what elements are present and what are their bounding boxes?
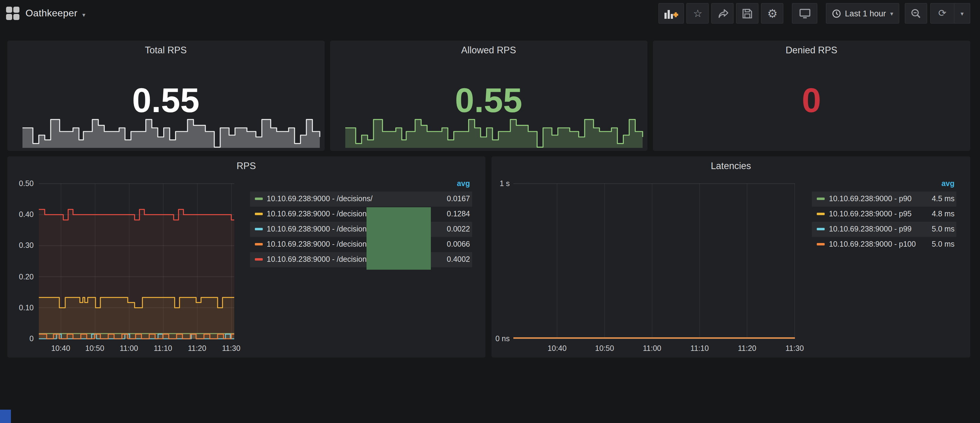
- save-button[interactable]: [737, 3, 759, 24]
- legend-series-avg-value: 4.8 ms: [917, 210, 955, 218]
- share-button[interactable]: [711, 3, 734, 24]
- stat-value: 0: [652, 83, 970, 117]
- panel-title[interactable]: Denied RPS: [652, 44, 970, 55]
- panel-title[interactable]: Allowed RPS: [330, 44, 648, 55]
- time-range-label: Last 1 hour: [845, 9, 886, 18]
- y-axis-label: 1 s: [492, 179, 510, 188]
- y-axis-label: 0.40: [7, 210, 34, 219]
- y-axis-label: 0.50: [7, 179, 34, 188]
- legend-series-label: 10.10.69.238:9000 - p95: [829, 210, 917, 218]
- legend-row[interactable]: 10.10.69.238:9000 - /decisions/0.0167: [250, 191, 472, 206]
- bottom-left-blue-artifact: [0, 410, 11, 423]
- panel-title[interactable]: Total RPS: [7, 44, 325, 55]
- legend-row[interactable]: 10.10.69.238:9000 - p1005.0 ms: [812, 237, 956, 252]
- legend-series-swatch: [255, 228, 262, 230]
- zoom-out-button[interactable]: [905, 3, 927, 24]
- legend-series-avg-value: 5.0 ms: [917, 240, 955, 249]
- legend-series-swatch: [817, 198, 825, 200]
- clock-icon: [832, 9, 842, 18]
- legend-row[interactable]: 10.10.69.238:9000 - /decisions/0.4002: [250, 252, 472, 267]
- dashboard-picker[interactable]: Oathkeeper ▾: [6, 7, 85, 20]
- panel-title[interactable]: RPS: [7, 160, 485, 171]
- legend-series-swatch: [817, 213, 825, 215]
- legend-series-swatch: [255, 213, 262, 215]
- x-axis-label: 11:30: [216, 344, 247, 352]
- legend-series-label: 10.10.69.238:9000 - /decisions/: [267, 195, 432, 203]
- star-button[interactable]: ☆: [687, 3, 709, 24]
- x-axis-label: 11:20: [732, 344, 762, 352]
- legend-series-swatch: [817, 228, 825, 230]
- chevron-down-icon: ▾: [82, 11, 85, 18]
- legend-series-label: 10.10.69.238:9000 - p99: [829, 225, 917, 233]
- x-axis-label: 11:20: [182, 344, 212, 352]
- refresh-interval-caret-button[interactable]: ▾: [955, 3, 970, 24]
- y-axis-label: 0.30: [7, 241, 34, 250]
- x-axis-label: 11:10: [684, 344, 715, 352]
- x-axis-label: 11:00: [114, 344, 144, 352]
- panel-denied-rps: Denied RPS 0: [652, 40, 970, 151]
- cycle-view-button[interactable]: [792, 3, 818, 24]
- legend-row[interactable]: 10.10.69.238:9000 - /decisions/0.0066: [250, 237, 472, 252]
- legend-series-avg-value: 5.0 ms: [917, 225, 955, 233]
- legend-series-swatch: [255, 258, 262, 261]
- legend-series-swatch: [255, 198, 262, 200]
- legend-series-avg-value: 0.4002: [432, 255, 470, 264]
- grafana-dashboard: Oathkeeper ▾ ☆: [0, 0, 980, 423]
- latencies-chart-plot[interactable]: [513, 184, 795, 339]
- x-axis-label: 10:40: [542, 344, 572, 352]
- stat-value: 0.55: [7, 83, 325, 117]
- save-icon: [743, 8, 753, 19]
- legend-series-swatch: [255, 243, 262, 246]
- chevron-down-icon: ▾: [890, 10, 893, 17]
- legend-row[interactable]: 10.10.69.238:9000 - /decisions/0.1284: [250, 206, 472, 222]
- rps-chart-plot[interactable]: [38, 184, 234, 339]
- legend-row[interactable]: 10.10.69.238:9000 - /decisions/0.0022: [250, 222, 472, 237]
- legend-row[interactable]: 10.10.69.238:9000 - p995.0 ms: [812, 222, 956, 237]
- chevron-down-icon: ▾: [961, 10, 964, 17]
- refresh-button[interactable]: ⟳: [930, 3, 955, 24]
- y-axis-label: 0 ns: [492, 334, 510, 343]
- panel-rps-graph: RPS avg 10.10.69.238:9000 - /decisions/0…: [7, 156, 485, 358]
- dashboard-grid-icon: [6, 7, 19, 20]
- x-axis-label: 10:40: [46, 344, 76, 352]
- legend-avg-header: avg: [812, 179, 956, 191]
- navbar: Oathkeeper ▾ ☆: [0, 0, 980, 27]
- legend-series-avg-value: 4.5 ms: [917, 195, 955, 203]
- dashboard-title: Oathkeeper: [25, 8, 77, 19]
- settings-button[interactable]: ⚙: [761, 3, 784, 24]
- y-axis-label: 0: [7, 334, 34, 343]
- bar-chart-plus-icon: [665, 8, 678, 19]
- zoom-out-icon: [911, 8, 921, 19]
- x-axis-label: 11:30: [780, 344, 810, 352]
- legend-row[interactable]: 10.10.69.238:9000 - p904.5 ms: [812, 191, 956, 206]
- legend-series-label: 10.10.69.238:9000 - p90: [829, 195, 917, 203]
- stat-value: 0.55: [330, 83, 648, 117]
- rps-legend: avg 10.10.69.238:9000 - /decisions/0.016…: [250, 179, 472, 267]
- legend-series-avg-value: 0.1284: [432, 210, 470, 218]
- share-icon: [717, 8, 728, 19]
- x-axis-label: 10:50: [80, 344, 110, 352]
- y-axis-label: 0.20: [7, 272, 34, 281]
- panel-latencies-graph: Latencies avg 10.10.69.238:9000 - p904.5…: [492, 156, 970, 358]
- panel-allowed-rps: Allowed RPS 0.55: [330, 40, 648, 151]
- refresh-icon: ⟳: [939, 8, 947, 18]
- latencies-legend: avg 10.10.69.238:9000 - p904.5 ms10.10.6…: [812, 179, 956, 252]
- navbar-actions: ☆ ⚙: [659, 3, 970, 24]
- panel-title[interactable]: Latencies: [492, 160, 970, 171]
- legend-series-label: 10.10.69.238:9000 - p100: [829, 240, 917, 249]
- legend-series-avg-value: 0.0167: [432, 195, 470, 203]
- time-picker-button[interactable]: Last 1 hour ▾: [826, 3, 899, 24]
- gear-icon: ⚙: [767, 8, 778, 19]
- add-panel-button[interactable]: [659, 3, 684, 24]
- panel-total-rps: Total RPS 0.55: [7, 40, 325, 151]
- x-axis-label: 10:50: [590, 344, 620, 352]
- legend-series-avg-value: 0.0022: [432, 225, 470, 233]
- green-overlay-box: [366, 207, 431, 269]
- legend-avg-header: avg: [250, 179, 472, 191]
- legend-series-swatch: [817, 243, 825, 246]
- y-axis-label: 0.10: [7, 304, 34, 312]
- x-axis-label: 11:00: [637, 344, 667, 352]
- x-axis-label: 11:10: [148, 344, 178, 352]
- star-icon: ☆: [693, 8, 703, 19]
- legend-row[interactable]: 10.10.69.238:9000 - p954.8 ms: [812, 206, 956, 222]
